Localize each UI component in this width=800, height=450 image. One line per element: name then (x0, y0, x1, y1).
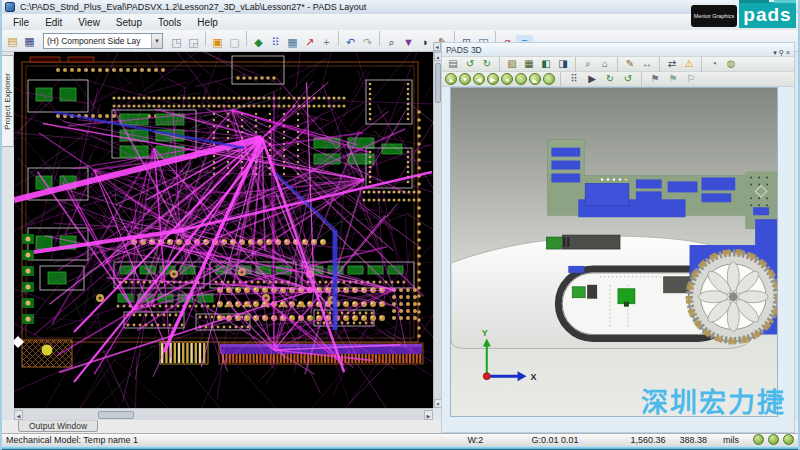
view-home-button[interactable]: ⌂ (543, 73, 555, 85)
status-green-button-3[interactable] (783, 434, 794, 445)
toolbar-separator (499, 57, 500, 72)
toolbar-separator (641, 72, 642, 87)
measure-icon[interactable]: ✎ (622, 57, 638, 71)
project-explorer-tab[interactable]: Project Explorer (1, 55, 14, 147)
rotate-left-icon[interactable]: ↺ (462, 57, 478, 71)
filter-icon[interactable]: ▼ (400, 35, 417, 51)
save-icon[interactable]: ▦ (21, 34, 38, 50)
window-title: C:\PADS_Stnd_Plus_Eval\PADSVX.1.2\Lesson… (20, 2, 366, 12)
eco-mode-icon[interactable]: ◆ (250, 35, 267, 51)
spin-view-icon[interactable]: ↺ (620, 72, 636, 86)
toolbar-separator (379, 31, 380, 46)
print-3d-icon[interactable]: ▤ (445, 57, 461, 71)
select-cursor-icon[interactable]: ▶ (584, 72, 600, 86)
route-icon[interactable]: ↗ (301, 35, 318, 51)
status-message: Mechanical Model: Temp name 1 (6, 435, 468, 445)
board-3d-icon[interactable]: ▦ (521, 57, 537, 71)
menu-tools[interactable]: Tools (151, 16, 188, 29)
mentor-graphics-badge: Mentor Graphics (691, 5, 737, 27)
status-bar: Mechanical Model: Temp name 1 W:2 G:0.01… (0, 433, 800, 446)
toolbar-separator (560, 72, 561, 87)
3d-viewport[interactable]: Y X (450, 87, 778, 417)
undo-icon[interactable]: ↶ (342, 35, 359, 51)
export-3d-icon[interactable]: ◍ (723, 57, 739, 71)
redo-checkpoint-icon[interactable]: ◲ (185, 35, 202, 51)
view-front-button[interactable]: ● (501, 73, 513, 85)
menu-view[interactable]: View (71, 16, 107, 29)
view-top-button[interactable]: ▲ (445, 73, 457, 85)
output-window-tab[interactable]: Output Window (18, 420, 98, 432)
pads-3d-panel: PADS 3D ▾⚲× ▤↺↻▧▦◧◨⌕⌂✎↔⇄⚠◔◍ ▲▼◀▶●○◣⌂⠿▶↻↺… (441, 42, 795, 433)
open-file-icon[interactable]: ▤ (4, 34, 21, 50)
layer-dropdown[interactable]: (H) Component Side Lay ▼ (43, 33, 163, 49)
rotate-right-icon[interactable]: ↻ (479, 57, 495, 71)
snapshot-icon[interactable]: ◔ (706, 57, 722, 71)
brand-logos: Mentor Graphics pads (691, 2, 796, 30)
horizontal-scroll-thumb[interactable] (98, 411, 134, 419)
pcb-design-area[interactable] (14, 52, 433, 408)
3d-connector-component (546, 235, 620, 249)
pcb-design-canvas[interactable] (14, 52, 433, 408)
window-left-edge (0, 0, 2, 450)
panel-pin-button[interactable]: ⚲ (779, 49, 784, 56)
pan-mode-icon[interactable]: ⠿ (566, 72, 582, 86)
view-right-button[interactable]: ▶ (487, 73, 499, 85)
project-explorer-label: Project Explorer (3, 73, 12, 130)
status-green-button-1[interactable] (753, 434, 764, 445)
menu-bar: FileEditViewSetupToolsHelp (0, 14, 800, 30)
menu-setup[interactable]: Setup (109, 16, 149, 29)
grid-dots-icon[interactable]: ⠿ (267, 35, 284, 51)
flag-1-icon[interactable]: ⚑ (647, 72, 663, 86)
zoom-fit-icon[interactable]: ⌂ (597, 57, 613, 71)
zoom-icon[interactable]: ⌕ (383, 35, 400, 51)
flag-2-icon[interactable]: ⚑ (665, 72, 681, 86)
dimension-icon[interactable]: ↔ (639, 57, 655, 71)
panel-menu-button[interactable]: ▾ (773, 49, 777, 56)
status-grid: G:0.01 0.01 (531, 435, 578, 445)
panel-close-button[interactable]: × (786, 49, 790, 56)
watermark-text: 深圳宏力捷 (641, 381, 786, 420)
flag-3-icon[interactable]: ⚐ (683, 72, 699, 86)
redo-icon[interactable]: ↷ (359, 35, 376, 51)
zoom-in-icon[interactable]: ⌕ (580, 57, 596, 71)
solder-view-icon[interactable]: ◨ (555, 57, 571, 71)
toolbar-separator (617, 57, 618, 72)
scroll-right-arrow[interactable]: ▶ (424, 410, 433, 420)
sheet-icon[interactable]: ▢ (226, 35, 243, 51)
menu-help[interactable]: Help (190, 16, 225, 29)
status-green-button-2[interactable] (768, 434, 779, 445)
vertical-scroll-thumb[interactable] (435, 63, 441, 103)
component-view-icon[interactable]: ◧ (538, 57, 554, 71)
view-iso-button[interactable]: ◣ (529, 73, 541, 85)
splitter-collapse-button[interactable]: ◄ (433, 42, 441, 51)
pads-3d-toolbar-1: ▤↺↻▧▦◧◨⌕⌂✎↔⇄⚠◔◍ (442, 56, 794, 72)
toolbar-separator (338, 31, 339, 46)
view-bottom-button[interactable]: ▼ (459, 73, 471, 85)
title-bar[interactable]: C:\PADS_Stnd_Plus_Eval\PADSVX.1.2\Lesson… (0, 0, 800, 14)
axis-x-label: X (531, 372, 537, 382)
status-width: W:2 (468, 435, 484, 445)
view-left-button[interactable]: ◀ (473, 73, 485, 85)
left-dock-strip: Project Explorer (0, 52, 14, 420)
undo-checkpoint-icon[interactable]: ◳ (168, 35, 185, 51)
board-image-icon[interactable]: ▦ (284, 35, 301, 51)
board-view-icon[interactable]: ▧ (504, 57, 520, 71)
rotate-view-icon[interactable]: ↻ (602, 72, 618, 86)
scroll-left-arrow[interactable]: ◀ (14, 410, 23, 420)
fill-display-icon[interactable]: ▣ (209, 35, 226, 51)
toolbar-separator (701, 57, 702, 72)
status-x-coordinate: 1,560.36 (630, 435, 665, 445)
pads-logo: pads (739, 2, 796, 28)
window-bottom-edge (0, 446, 800, 450)
view-back-button[interactable]: ○ (515, 73, 527, 85)
collision-warning-icon[interactable]: ⚠ (681, 57, 697, 71)
horizontal-scrollbar[interactable]: ◀ ▶ (14, 408, 433, 420)
mirror-icon[interactable]: ⇄ (664, 57, 680, 71)
menu-edit[interactable]: Edit (38, 16, 69, 29)
copper-pour-icon[interactable]: ◗ (417, 35, 434, 51)
menu-file[interactable]: File (6, 16, 36, 29)
vertical-scrollbar[interactable]: ▲ ▼ (433, 52, 441, 408)
pads-3d-header[interactable]: PADS 3D ▾⚲× (442, 43, 794, 56)
move-icon[interactable]: + (318, 35, 335, 51)
chevron-down-icon[interactable]: ▼ (151, 34, 162, 48)
